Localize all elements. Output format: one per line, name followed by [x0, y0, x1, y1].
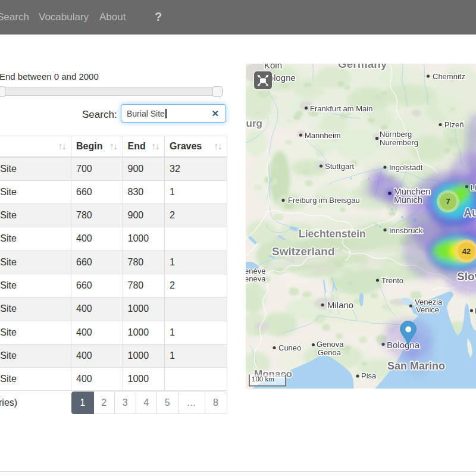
svg-text:Venice: Venice: [416, 305, 439, 314]
svg-text:Munich: Munich: [394, 195, 422, 205]
svg-text:San Marino: San Marino: [387, 360, 445, 372]
svg-text:Bologna: Bologna: [387, 340, 420, 350]
svg-text:Linz: Linz: [471, 183, 476, 192]
svg-text:Nuremberg: Nuremberg: [380, 138, 418, 147]
svg-text:Slovenia: Slovenia: [457, 270, 476, 283]
svg-text:Ingolstadt: Ingolstadt: [389, 163, 423, 172]
svg-text:Switzerland: Switzerland: [272, 245, 335, 258]
svg-text:Innsbruck: Innsbruck: [389, 226, 423, 235]
svg-text:Nürnberg: Nürnberg: [380, 130, 412, 139]
svg-text:Liechtenstein: Liechtenstein: [299, 228, 366, 240]
svg-text:Germany: Germany: [338, 64, 387, 70]
svg-text:Austria: Austria: [464, 206, 476, 219]
svg-text:Plzeň: Plzeň: [444, 120, 464, 129]
svg-text:100 km: 100 km: [252, 375, 274, 383]
svg-text:Milano: Milano: [327, 300, 353, 310]
svg-text:7: 7: [446, 197, 450, 206]
svg-text:Trento: Trento: [381, 276, 403, 285]
svg-text:Pisa: Pisa: [361, 371, 377, 380]
svg-text:Köln: Köln: [264, 64, 282, 70]
svg-text:Frankfurt am Main: Frankfurt am Main: [310, 104, 372, 113]
svg-text:Genoa: Genoa: [318, 348, 342, 357]
svg-text:42: 42: [462, 247, 471, 256]
svg-text:Cuneo: Cuneo: [278, 343, 301, 352]
svg-text:Mannheim: Mannheim: [305, 131, 341, 140]
svg-text:Freiburg im Breisgau: Freiburg im Breisgau: [288, 196, 360, 205]
svg-text:Luxembourg: Luxembourg: [246, 118, 262, 129]
svg-text:Stuttgart: Stuttgart: [325, 162, 355, 171]
svg-text:Genova: Genova: [317, 340, 344, 349]
svg-text:Chemnitz: Chemnitz: [433, 72, 465, 81]
svg-text:Geneva: Geneva: [246, 274, 266, 283]
